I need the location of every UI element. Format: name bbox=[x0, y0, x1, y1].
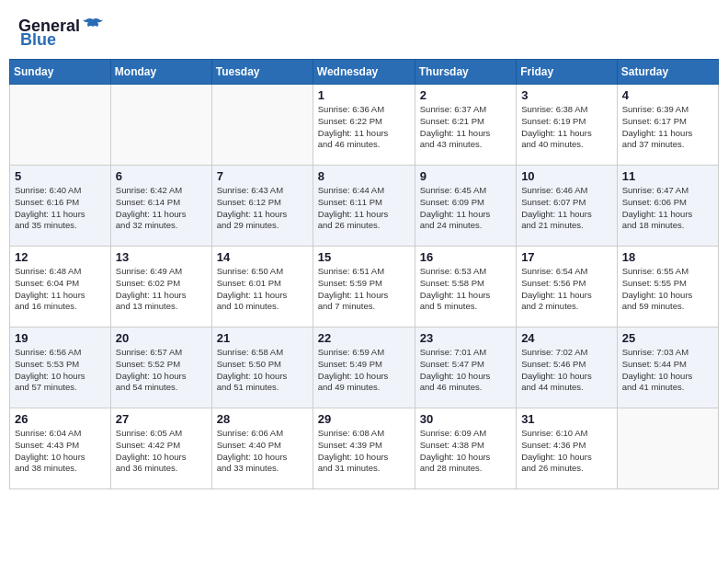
weekday-header-wednesday: Wednesday bbox=[313, 60, 415, 85]
day-info: Sunrise: 6:08 AM Sunset: 4:39 PM Dayligh… bbox=[318, 428, 410, 475]
calendar-cell: 18Sunrise: 6:55 AM Sunset: 5:55 PM Dayli… bbox=[617, 247, 718, 327]
calendar-cell: 12Sunrise: 6:48 AM Sunset: 6:04 PM Dayli… bbox=[10, 247, 111, 327]
day-number: 25 bbox=[622, 331, 713, 345]
day-number: 31 bbox=[521, 412, 612, 426]
calendar-cell bbox=[110, 85, 211, 166]
day-info: Sunrise: 6:44 AM Sunset: 6:11 PM Dayligh… bbox=[318, 185, 410, 232]
logo: General Blue bbox=[18, 17, 103, 50]
day-number: 17 bbox=[521, 250, 612, 264]
calendar-cell bbox=[211, 85, 313, 166]
day-info: Sunrise: 6:37 AM Sunset: 6:21 PM Dayligh… bbox=[420, 104, 511, 151]
day-info: Sunrise: 6:54 AM Sunset: 5:56 PM Dayligh… bbox=[521, 266, 612, 313]
day-number: 22 bbox=[318, 331, 410, 345]
calendar-cell: 24Sunrise: 7:02 AM Sunset: 5:46 PM Dayli… bbox=[517, 327, 618, 408]
day-number: 19 bbox=[15, 331, 106, 345]
day-info: Sunrise: 7:01 AM Sunset: 5:47 PM Dayligh… bbox=[420, 347, 511, 394]
calendar-cell: 4Sunrise: 6:39 AM Sunset: 6:17 PM Daylig… bbox=[617, 85, 718, 166]
day-number: 1 bbox=[318, 88, 410, 102]
day-number: 18 bbox=[622, 250, 713, 264]
day-info: Sunrise: 7:03 AM Sunset: 5:44 PM Dayligh… bbox=[622, 347, 713, 394]
day-info: Sunrise: 6:47 AM Sunset: 6:06 PM Dayligh… bbox=[622, 185, 713, 232]
day-number: 2 bbox=[420, 88, 511, 102]
weekday-header-tuesday: Tuesday bbox=[211, 60, 313, 85]
day-number: 16 bbox=[420, 250, 511, 264]
day-number: 23 bbox=[420, 331, 511, 345]
day-info: Sunrise: 6:38 AM Sunset: 6:19 PM Dayligh… bbox=[521, 104, 612, 151]
weekday-header-thursday: Thursday bbox=[415, 60, 516, 85]
calendar-cell: 2Sunrise: 6:37 AM Sunset: 6:21 PM Daylig… bbox=[415, 85, 516, 166]
day-info: Sunrise: 6:43 AM Sunset: 6:12 PM Dayligh… bbox=[217, 185, 308, 232]
calendar-week-row: 19Sunrise: 6:56 AM Sunset: 5:53 PM Dayli… bbox=[10, 327, 719, 408]
calendar-cell: 29Sunrise: 6:08 AM Sunset: 4:39 PM Dayli… bbox=[313, 408, 415, 489]
calendar-cell bbox=[617, 408, 718, 489]
day-info: Sunrise: 6:39 AM Sunset: 6:17 PM Dayligh… bbox=[622, 104, 713, 151]
weekday-header-monday: Monday bbox=[110, 60, 211, 85]
day-number: 5 bbox=[15, 169, 106, 183]
calendar-cell: 30Sunrise: 6:09 AM Sunset: 4:38 PM Dayli… bbox=[415, 408, 516, 489]
day-number: 13 bbox=[116, 250, 207, 264]
day-number: 12 bbox=[15, 250, 106, 264]
day-number: 26 bbox=[15, 412, 106, 426]
calendar-table: SundayMondayTuesdayWednesdayThursdayFrid… bbox=[9, 59, 719, 489]
day-info: Sunrise: 6:06 AM Sunset: 4:40 PM Dayligh… bbox=[217, 428, 308, 475]
calendar-cell: 28Sunrise: 6:06 AM Sunset: 4:40 PM Dayli… bbox=[211, 408, 313, 489]
calendar-cell: 20Sunrise: 6:57 AM Sunset: 5:52 PM Dayli… bbox=[110, 327, 211, 408]
day-info: Sunrise: 6:40 AM Sunset: 6:16 PM Dayligh… bbox=[15, 185, 106, 232]
day-info: Sunrise: 7:02 AM Sunset: 5:46 PM Dayligh… bbox=[521, 347, 612, 394]
calendar-cell bbox=[10, 85, 111, 166]
weekday-header-row: SundayMondayTuesdayWednesdayThursdayFrid… bbox=[10, 60, 719, 85]
day-info: Sunrise: 6:09 AM Sunset: 4:38 PM Dayligh… bbox=[420, 428, 511, 475]
calendar-cell: 6Sunrise: 6:42 AM Sunset: 6:14 PM Daylig… bbox=[110, 166, 211, 247]
calendar-cell: 5Sunrise: 6:40 AM Sunset: 6:16 PM Daylig… bbox=[10, 166, 111, 247]
calendar-cell: 17Sunrise: 6:54 AM Sunset: 5:56 PM Dayli… bbox=[517, 247, 618, 327]
calendar-cell: 9Sunrise: 6:45 AM Sunset: 6:09 PM Daylig… bbox=[415, 166, 516, 247]
day-number: 4 bbox=[622, 88, 713, 102]
day-info: Sunrise: 6:55 AM Sunset: 5:55 PM Dayligh… bbox=[622, 266, 713, 313]
day-info: Sunrise: 6:56 AM Sunset: 5:53 PM Dayligh… bbox=[15, 347, 106, 394]
day-info: Sunrise: 6:10 AM Sunset: 4:36 PM Dayligh… bbox=[521, 428, 612, 475]
calendar-cell: 3Sunrise: 6:38 AM Sunset: 6:19 PM Daylig… bbox=[517, 85, 618, 166]
day-info: Sunrise: 6:04 AM Sunset: 4:43 PM Dayligh… bbox=[15, 428, 106, 475]
day-number: 7 bbox=[217, 169, 308, 183]
calendar-cell: 8Sunrise: 6:44 AM Sunset: 6:11 PM Daylig… bbox=[313, 166, 415, 247]
calendar-week-row: 5Sunrise: 6:40 AM Sunset: 6:16 PM Daylig… bbox=[10, 166, 719, 247]
day-number: 6 bbox=[116, 169, 207, 183]
day-number: 24 bbox=[521, 331, 612, 345]
day-info: Sunrise: 6:49 AM Sunset: 6:02 PM Dayligh… bbox=[116, 266, 207, 313]
day-number: 10 bbox=[521, 169, 612, 183]
calendar-cell: 11Sunrise: 6:47 AM Sunset: 6:06 PM Dayli… bbox=[617, 166, 718, 247]
calendar-cell: 25Sunrise: 7:03 AM Sunset: 5:44 PM Dayli… bbox=[617, 327, 718, 408]
calendar-cell: 10Sunrise: 6:46 AM Sunset: 6:07 PM Dayli… bbox=[517, 166, 618, 247]
day-number: 30 bbox=[420, 412, 511, 426]
calendar-cell: 7Sunrise: 6:43 AM Sunset: 6:12 PM Daylig… bbox=[211, 166, 313, 247]
day-number: 20 bbox=[116, 331, 207, 345]
day-number: 3 bbox=[521, 88, 612, 102]
calendar-cell: 27Sunrise: 6:05 AM Sunset: 4:42 PM Dayli… bbox=[110, 408, 211, 489]
calendar-cell: 1Sunrise: 6:36 AM Sunset: 6:22 PM Daylig… bbox=[313, 85, 415, 166]
weekday-header-sunday: Sunday bbox=[10, 60, 111, 85]
day-info: Sunrise: 6:05 AM Sunset: 4:42 PM Dayligh… bbox=[116, 428, 207, 475]
day-info: Sunrise: 6:42 AM Sunset: 6:14 PM Dayligh… bbox=[116, 185, 207, 232]
calendar-cell: 22Sunrise: 6:59 AM Sunset: 5:49 PM Dayli… bbox=[313, 327, 415, 408]
logo-blue-text: Blue bbox=[18, 30, 56, 50]
day-number: 8 bbox=[318, 169, 410, 183]
calendar-week-row: 26Sunrise: 6:04 AM Sunset: 4:43 PM Dayli… bbox=[10, 408, 719, 489]
day-number: 29 bbox=[318, 412, 410, 426]
calendar-cell: 15Sunrise: 6:51 AM Sunset: 5:59 PM Dayli… bbox=[313, 247, 415, 327]
day-number: 21 bbox=[217, 331, 308, 345]
day-info: Sunrise: 6:36 AM Sunset: 6:22 PM Dayligh… bbox=[318, 104, 410, 151]
logo-bird-icon bbox=[83, 17, 103, 32]
day-number: 11 bbox=[622, 169, 713, 183]
day-number: 9 bbox=[420, 169, 511, 183]
day-info: Sunrise: 6:46 AM Sunset: 6:07 PM Dayligh… bbox=[521, 185, 612, 232]
day-info: Sunrise: 6:45 AM Sunset: 6:09 PM Dayligh… bbox=[420, 185, 511, 232]
calendar-cell: 31Sunrise: 6:10 AM Sunset: 4:36 PM Dayli… bbox=[517, 408, 618, 489]
day-number: 28 bbox=[217, 412, 308, 426]
page-header: General Blue bbox=[9, 9, 719, 53]
day-info: Sunrise: 6:58 AM Sunset: 5:50 PM Dayligh… bbox=[217, 347, 308, 394]
day-info: Sunrise: 6:59 AM Sunset: 5:49 PM Dayligh… bbox=[318, 347, 410, 394]
calendar-cell: 23Sunrise: 7:01 AM Sunset: 5:47 PM Dayli… bbox=[415, 327, 516, 408]
calendar-cell: 21Sunrise: 6:58 AM Sunset: 5:50 PM Dayli… bbox=[211, 327, 313, 408]
calendar-week-row: 1Sunrise: 6:36 AM Sunset: 6:22 PM Daylig… bbox=[10, 85, 719, 166]
calendar-cell: 16Sunrise: 6:53 AM Sunset: 5:58 PM Dayli… bbox=[415, 247, 516, 327]
